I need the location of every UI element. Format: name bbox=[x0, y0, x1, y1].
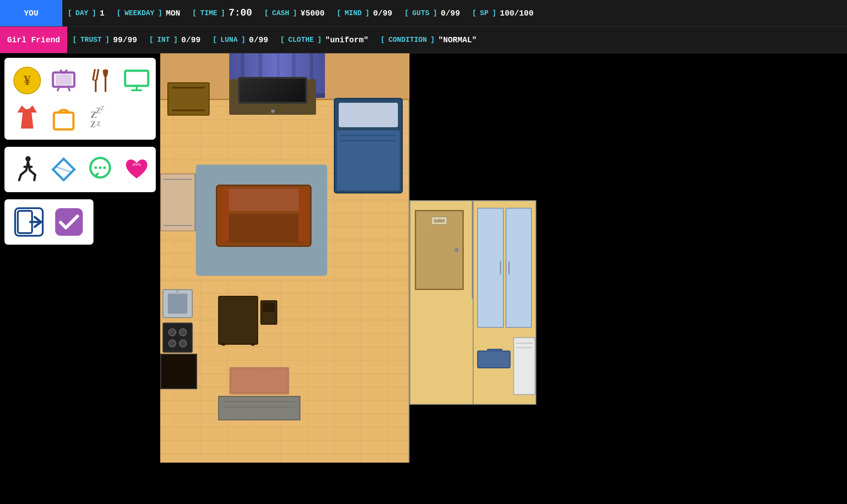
walk-button[interactable] bbox=[12, 154, 43, 185]
love-button[interactable] bbox=[121, 154, 152, 185]
toilet-label: toilet bbox=[431, 217, 447, 225]
right-rooms: toilet bbox=[409, 200, 536, 405]
toilet-door[interactable]: toilet bbox=[415, 210, 464, 290]
closet-doors bbox=[477, 208, 532, 328]
tv-console bbox=[229, 79, 316, 115]
player-label: YOU bbox=[0, 0, 62, 26]
svg-line-8 bbox=[93, 70, 95, 80]
svg-text:Z: Z bbox=[97, 121, 101, 127]
tv-stand bbox=[167, 82, 210, 116]
kitchen-bottom bbox=[160, 354, 197, 389]
entry-steps bbox=[218, 396, 300, 420]
white-appliance bbox=[513, 337, 535, 395]
svg-point-26 bbox=[103, 166, 106, 169]
svg-rect-3 bbox=[56, 74, 72, 85]
closet-room bbox=[473, 201, 535, 404]
closet-door-right[interactable] bbox=[506, 208, 532, 328]
action-panel-2 bbox=[4, 147, 156, 192]
svg-point-24 bbox=[94, 166, 97, 169]
chat-button[interactable] bbox=[85, 154, 116, 185]
room-container: toilet bbox=[160, 53, 534, 476]
hud-row-girlfriend: Girl Friend [ TRUST ] 99/99 [ INT ] 0/99… bbox=[0, 27, 847, 53]
svg-rect-15 bbox=[54, 113, 73, 129]
bed bbox=[334, 98, 403, 194]
suitcase bbox=[477, 351, 511, 368]
action-panel-3 bbox=[4, 199, 93, 245]
hud-row-you: YOU [ DAY ] 1 [ WEEKDAY ] MON [ TIME ] 7… bbox=[0, 0, 847, 27]
tv-button[interactable] bbox=[48, 65, 79, 96]
svg-text:¥: ¥ bbox=[24, 72, 31, 88]
svg-point-25 bbox=[99, 166, 101, 169]
kitchen-upper bbox=[160, 173, 196, 231]
doormat bbox=[229, 367, 289, 395]
dining-table bbox=[218, 296, 258, 345]
tv-screen bbox=[238, 77, 307, 104]
game-scene: toilet bbox=[160, 53, 847, 504]
sink bbox=[162, 289, 193, 318]
action-panel-1: ¥ bbox=[4, 58, 156, 140]
monitor-button[interactable] bbox=[121, 65, 152, 96]
main-area: ¥ bbox=[0, 53, 847, 504]
svg-text:Z: Z bbox=[90, 120, 96, 129]
dress-button[interactable] bbox=[12, 101, 43, 133]
shopping-button[interactable] bbox=[48, 101, 79, 133]
svg-rect-12 bbox=[125, 71, 148, 86]
stove bbox=[162, 323, 193, 353]
money-button[interactable]: ¥ bbox=[12, 65, 43, 96]
svg-line-22 bbox=[56, 167, 72, 172]
svg-line-9 bbox=[97, 70, 98, 80]
sleep-button[interactable]: Z Z Z Z Z bbox=[85, 101, 116, 133]
diamond-button[interactable] bbox=[48, 154, 79, 185]
sidebar: ¥ bbox=[0, 53, 160, 504]
exit-button[interactable] bbox=[13, 206, 45, 238]
confirm-button[interactable] bbox=[53, 206, 85, 238]
dining-chair bbox=[260, 300, 277, 325]
food-button[interactable] bbox=[85, 65, 116, 96]
sofa bbox=[216, 185, 312, 247]
closet-door-left[interactable] bbox=[477, 208, 504, 328]
toilet-room: toilet bbox=[410, 201, 473, 299]
svg-text:Z: Z bbox=[100, 105, 104, 112]
hud-container: YOU [ DAY ] 1 [ WEEKDAY ] MON [ TIME ] 7… bbox=[0, 0, 847, 53]
girlfriend-stats: [ TRUST ] 99/99 [ INT ] 0/99 [ LUNA ] 0/… bbox=[67, 36, 847, 44]
player-stats: [ DAY ] 1 [ WEEKDAY ] MON [ TIME ] 7:00 … bbox=[62, 8, 847, 19]
girlfriend-label: Girl Friend bbox=[0, 27, 67, 53]
